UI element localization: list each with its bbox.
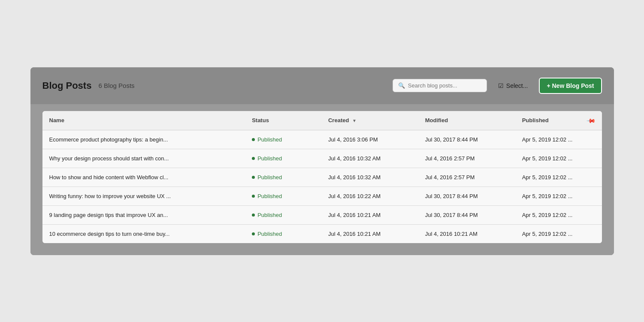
- table-container: Name Status Created ▼ Modified Published…: [42, 111, 602, 243]
- blog-posts-table: Name Status Created ▼ Modified Published…: [42, 111, 602, 243]
- header-row: Name Status Created ▼ Modified Published…: [42, 111, 602, 130]
- cell-icon: [581, 149, 602, 168]
- col-header-name: Name: [42, 111, 245, 130]
- cell-published: Apr 5, 2019 12:02 ...: [515, 205, 581, 224]
- cell-modified: Jul 4, 2016 10:21 AM: [418, 224, 515, 243]
- table-body: Ecommerce product photography tips: a be…: [42, 130, 602, 243]
- sort-icon: ▼: [352, 118, 357, 123]
- cell-published: Apr 5, 2019 12:02 ...: [515, 187, 581, 205]
- cell-created: Jul 4, 2016 10:32 AM: [321, 168, 418, 187]
- search-box[interactable]: 🔍: [393, 79, 487, 92]
- cell-name: Why your design process should start wit…: [42, 149, 245, 168]
- col-header-pin: 📌: [581, 111, 602, 130]
- cell-name: 10 ecommerce design tips to turn one-tim…: [42, 224, 245, 243]
- col-header-modified: Modified: [418, 111, 515, 130]
- panel-header: Blog Posts 6 Blog Posts 🔍 ☑ Select... + …: [30, 67, 614, 104]
- cell-name: Ecommerce product photography tips: a be…: [42, 130, 245, 149]
- search-icon: 🔍: [398, 82, 405, 89]
- panel-body: Name Status Created ▼ Modified Published…: [30, 104, 614, 255]
- status-label: Published: [257, 212, 282, 218]
- select-button[interactable]: ☑ Select...: [494, 79, 532, 92]
- cell-icon: [581, 224, 602, 243]
- col-header-published: Published: [515, 111, 581, 130]
- col-header-created[interactable]: Created ▼: [321, 111, 418, 130]
- cell-status: Published: [245, 187, 321, 205]
- page-title: Blog Posts: [42, 80, 92, 91]
- cell-icon: [581, 187, 602, 205]
- table-row[interactable]: 10 ecommerce design tips to turn one-tim…: [42, 224, 602, 243]
- cell-icon: [581, 130, 602, 149]
- post-count: 6 Blog Posts: [98, 82, 134, 89]
- new-post-label: + New Blog Post: [547, 82, 594, 89]
- col-header-status: Status: [245, 111, 321, 130]
- status-dot: [252, 176, 255, 179]
- cell-modified: Jul 30, 2017 8:44 PM: [418, 205, 515, 224]
- table-row[interactable]: Writing funny: how to improve your websi…: [42, 187, 602, 205]
- new-blog-post-button[interactable]: + New Blog Post: [539, 78, 602, 94]
- table-row[interactable]: Ecommerce product photography tips: a be…: [42, 130, 602, 149]
- status-label: Published: [257, 136, 282, 143]
- status-label: Published: [257, 231, 282, 237]
- cell-status: Published: [245, 149, 321, 168]
- status-label: Published: [257, 155, 282, 162]
- cell-status: Published: [245, 168, 321, 187]
- table-row[interactable]: Why your design process should start wit…: [42, 149, 602, 168]
- status-dot: [252, 232, 255, 235]
- cell-published: Apr 5, 2019 12:02 ...: [515, 149, 581, 168]
- status-label: Published: [257, 193, 282, 199]
- select-check-icon: ☑: [498, 82, 504, 89]
- search-input[interactable]: [408, 82, 481, 89]
- table-header: Name Status Created ▼ Modified Published…: [42, 111, 602, 130]
- cell-status: Published: [245, 224, 321, 243]
- table-row[interactable]: How to show and hide content with Webflo…: [42, 168, 602, 187]
- status-dot: [252, 195, 255, 198]
- pin-icon: 📌: [586, 115, 596, 125]
- cell-modified: Jul 30, 2017 8:44 PM: [418, 187, 515, 205]
- cell-status: Published: [245, 205, 321, 224]
- cell-published: Apr 5, 2019 12:02 ...: [515, 130, 581, 149]
- cell-created: Jul 4, 2016 10:21 AM: [321, 205, 418, 224]
- cell-published: Apr 5, 2019 12:02 ...: [515, 224, 581, 243]
- cell-modified: Jul 30, 2017 8:44 PM: [418, 130, 515, 149]
- select-label: Select...: [506, 82, 528, 89]
- cell-icon: [581, 205, 602, 224]
- cell-name: How to show and hide content with Webflo…: [42, 168, 245, 187]
- cell-published: Apr 5, 2019 12:02 ...: [515, 168, 581, 187]
- table-row[interactable]: 9 landing page design tips that improve …: [42, 205, 602, 224]
- cell-created: Jul 4, 2016 10:22 AM: [321, 187, 418, 205]
- cell-created: Jul 4, 2016 10:32 AM: [321, 149, 418, 168]
- blog-posts-panel: Blog Posts 6 Blog Posts 🔍 ☑ Select... + …: [30, 67, 614, 255]
- status-dot: [252, 214, 255, 217]
- cell-name: 9 landing page design tips that improve …: [42, 205, 245, 224]
- cell-icon: [581, 168, 602, 187]
- cell-modified: Jul 4, 2016 2:57 PM: [418, 168, 515, 187]
- cell-created: Jul 4, 2016 3:06 PM: [321, 130, 418, 149]
- cell-modified: Jul 4, 2016 2:57 PM: [418, 149, 515, 168]
- cell-status: Published: [245, 130, 321, 149]
- status-label: Published: [257, 174, 282, 181]
- cell-created: Jul 4, 2016 10:21 AM: [321, 224, 418, 243]
- cell-name: Writing funny: how to improve your websi…: [42, 187, 245, 205]
- status-dot: [252, 157, 255, 160]
- status-dot: [252, 138, 255, 141]
